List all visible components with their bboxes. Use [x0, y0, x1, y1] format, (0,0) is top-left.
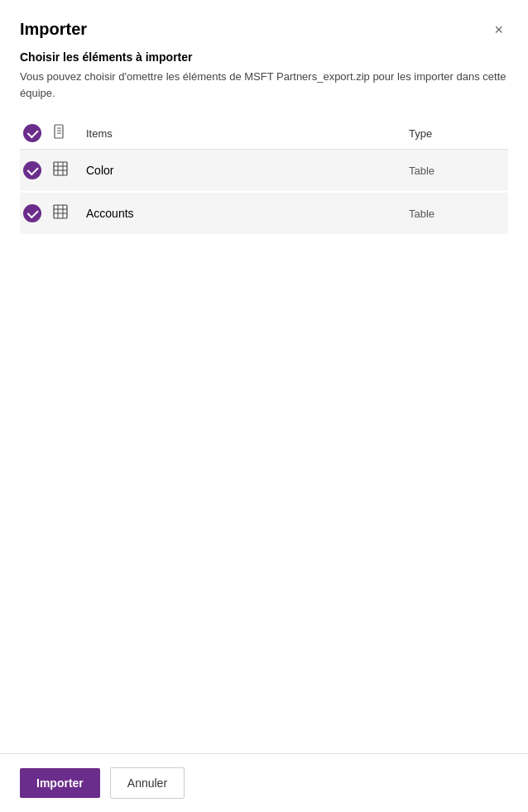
table-row: Color Table: [20, 150, 508, 193]
table-header-row: Items Type: [20, 117, 508, 150]
row-check-circle-1[interactable]: [23, 161, 41, 179]
row-check-col-2: [20, 204, 53, 222]
content-area: Items Type Color Table: [20, 117, 508, 812]
dialog-subtitle: Choisir les éléments à importer: [20, 50, 508, 64]
dialog-footer: Importer Annuler: [0, 753, 528, 812]
row-item-name-2: Accounts: [86, 207, 409, 220]
row-check-col-1: [20, 161, 53, 179]
header-page-icon: [53, 124, 66, 139]
row-check-circle-2[interactable]: [23, 204, 41, 222]
header-check-circle[interactable]: [23, 124, 41, 142]
table-grid-icon-2: [53, 204, 68, 219]
dialog-header: Importer ×: [20, 20, 508, 41]
header-type-label: Type: [409, 127, 508, 140]
row-item-type-2: Table: [409, 208, 508, 220]
import-button[interactable]: Importer: [20, 768, 100, 798]
cancel-button[interactable]: Annuler: [110, 767, 185, 799]
row-icon-col-1: [53, 161, 86, 179]
table-row: Accounts Table: [20, 193, 508, 234]
header-check-col: [20, 124, 53, 142]
close-button[interactable]: ×: [489, 20, 508, 41]
import-dialog: Importer × Choisir les éléments à import…: [0, 0, 528, 812]
svg-rect-4: [54, 162, 67, 175]
close-icon: ×: [494, 21, 503, 39]
table-grid-icon-1: [53, 161, 68, 176]
row-item-name-1: Color: [86, 164, 409, 177]
dialog-description: Vous pouvez choisir d'omettre les élémen…: [20, 69, 508, 101]
header-icon-col: [53, 124, 86, 142]
svg-rect-0: [55, 125, 63, 138]
svg-rect-9: [54, 205, 67, 218]
header-items-label: Items: [86, 127, 409, 140]
row-item-type-1: Table: [409, 165, 508, 177]
row-icon-col-2: [53, 204, 86, 222]
dialog-title: Importer: [20, 20, 87, 39]
